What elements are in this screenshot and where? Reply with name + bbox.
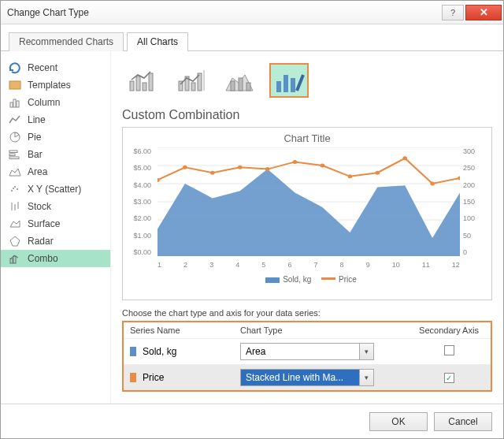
close-button[interactable]: ✕: [465, 5, 502, 20]
series-color-swatch: [130, 347, 136, 356]
svg-rect-2: [13, 99, 16, 107]
scatter-chart-icon: [9, 183, 21, 195]
sidebar-item-scatter[interactable]: X Y (Scatter): [1, 180, 110, 198]
subtype-clustered-column-line[interactable]: [124, 64, 161, 97]
sidebar-item-label: Templates: [28, 80, 71, 91]
sidebar-item-label: Column: [28, 97, 60, 108]
combo-subtype-row: [122, 59, 492, 108]
svg-point-9: [11, 190, 13, 192]
svg-point-46: [183, 166, 187, 169]
right-y-axis: 300250200150100500: [460, 147, 484, 256]
svg-rect-1: [10, 102, 13, 107]
svg-rect-32: [246, 83, 250, 91]
sidebar-item-combo[interactable]: Combo: [1, 250, 110, 267]
svg-point-53: [375, 171, 380, 175]
svg-rect-19: [13, 256, 16, 263]
sidebar-item-label: X Y (Scatter): [28, 184, 81, 195]
tab-recommended-charts[interactable]: Recommended Charts: [9, 32, 124, 51]
svg-rect-21: [136, 76, 140, 91]
series-name-label: Sold, kg: [143, 346, 176, 357]
col-series-name: Series Name: [130, 326, 240, 335]
ok-button[interactable]: OK: [369, 412, 428, 431]
svg-marker-17: [10, 236, 20, 246]
dropdown-value: Area: [246, 346, 265, 357]
sidebar-item-surface[interactable]: Surface: [1, 215, 110, 233]
combo-subtype-icon: [224, 67, 256, 94]
svg-rect-35: [291, 78, 295, 92]
combo-subtype-icon: [273, 67, 305, 94]
svg-marker-16: [10, 221, 20, 227]
sidebar-item-label: Radar: [28, 236, 54, 247]
line-chart-icon: [9, 113, 21, 126]
dialog-footer: OK Cancel: [1, 404, 503, 438]
bar-chart-icon: [9, 148, 21, 161]
svg-point-11: [17, 188, 18, 190]
subtype-stacked-area-column[interactable]: [221, 64, 259, 97]
svg-point-54: [402, 156, 407, 160]
main-panel: Custom Combination Chart Title $6.00$5.0…: [111, 51, 503, 404]
svg-marker-8: [9, 169, 20, 176]
subtype-custom-combination[interactable]: [270, 64, 308, 97]
chart-preview[interactable]: Chart Title $6.00$5.00$4.00$3.00$2.00$1.…: [122, 127, 492, 300]
chart-title: Chart Title: [131, 132, 484, 144]
secondary-axis-checkbox-sold[interactable]: [444, 345, 454, 355]
sidebar-item-label: Recent: [28, 62, 57, 73]
help-icon: ?: [450, 8, 455, 17]
chart-type-dropdown-sold[interactable]: Area ▾: [240, 343, 374, 360]
svg-rect-5: [9, 151, 17, 153]
sidebar-item-label: Pie: [28, 132, 41, 143]
svg-point-51: [321, 164, 325, 168]
sidebar-item-stock[interactable]: Stock: [1, 198, 110, 215]
stock-chart-icon: [9, 200, 21, 213]
svg-point-50: [293, 160, 298, 164]
cancel-button[interactable]: Cancel: [434, 412, 492, 431]
svg-rect-3: [17, 101, 19, 107]
series-grid: Series Name Chart Type Secondary Axis So…: [122, 321, 492, 392]
sidebar-item-line[interactable]: Line: [1, 111, 110, 128]
series-color-swatch: [130, 373, 136, 382]
sidebar-item-pie[interactable]: Pie: [1, 128, 110, 146]
series-row-price[interactable]: Price Stacked Line with Ma... ▾ ✓: [124, 364, 491, 390]
svg-point-47: [210, 171, 215, 175]
svg-point-12: [13, 188, 14, 189]
sidebar-item-recent[interactable]: Recent: [1, 59, 110, 76]
series-instruction: Choose the chart type and axis for your …: [122, 308, 492, 318]
series-name-label: Price: [143, 372, 164, 383]
subtype-clustered-column-line-secondary[interactable]: [172, 64, 210, 97]
templates-icon: [9, 79, 21, 91]
svg-rect-0: [9, 81, 20, 89]
chevron-down-icon: ▾: [359, 344, 373, 359]
sidebar-item-area[interactable]: Area: [1, 163, 110, 180]
sidebar-item-radar[interactable]: Radar: [1, 233, 110, 250]
chart-legend: Sold, kg Price: [131, 272, 484, 284]
svg-marker-44: [158, 169, 460, 256]
col-chart-type: Chart Type: [240, 326, 413, 335]
chart-type-dropdown-price[interactable]: Stacked Line with Ma... ▾: [240, 369, 374, 386]
close-icon: ✕: [480, 6, 488, 18]
help-button[interactable]: ?: [442, 5, 464, 20]
column-chart-icon: [9, 96, 21, 109]
chevron-down-icon: ▾: [359, 370, 373, 385]
svg-rect-20: [130, 81, 134, 91]
svg-point-49: [265, 167, 270, 171]
svg-rect-26: [191, 83, 195, 91]
window-title: Change Chart Type: [7, 7, 440, 18]
sidebar-item-label: Stock: [28, 201, 51, 212]
plot-area: [158, 147, 460, 256]
secondary-axis-checkbox-price[interactable]: ✓: [444, 373, 454, 383]
sidebar-item-label: Bar: [28, 149, 43, 160]
svg-rect-34: [284, 75, 288, 92]
sidebar-item-column[interactable]: Column: [1, 94, 110, 111]
series-row-sold[interactable]: Sold, kg Area ▾: [124, 338, 491, 364]
svg-point-10: [14, 186, 16, 188]
pie-chart-icon: [9, 131, 21, 143]
sidebar-item-bar[interactable]: Bar: [1, 146, 110, 163]
dropdown-value: Stacked Line with Ma...: [246, 372, 343, 383]
combo-chart-icon: [9, 252, 21, 265]
sidebar-item-templates[interactable]: Templates: [1, 76, 110, 94]
dialog-body: Recent Templates Column Line Pie Bar Are…: [1, 51, 503, 404]
tab-bar: Recommended Charts All Charts: [1, 24, 503, 51]
legend-label: Price: [339, 275, 357, 284]
svg-point-56: [458, 177, 460, 180]
tab-all-charts[interactable]: All Charts: [127, 32, 188, 51]
